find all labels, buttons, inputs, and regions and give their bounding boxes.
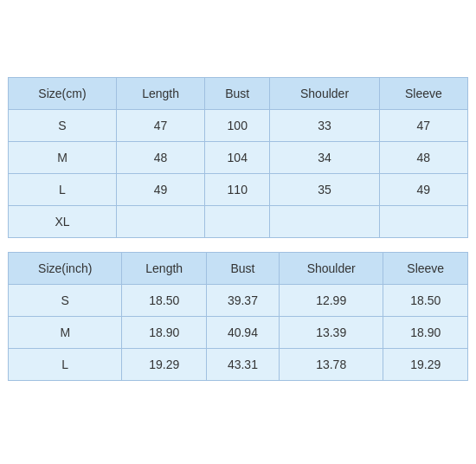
- inch-col-bust: Bust: [206, 252, 279, 284]
- inch-s-size: S: [9, 284, 122, 316]
- inch-row-m: M 18.90 40.94 13.39 18.90: [9, 316, 468, 348]
- inch-m-length: 18.90: [122, 316, 207, 348]
- inch-table: Size(inch) Length Bust Shoulder Sleeve S…: [8, 252, 468, 381]
- cm-xl-size: XL: [9, 205, 117, 237]
- cm-l-shoulder: 35: [270, 173, 379, 205]
- inch-col-sleeve: Sleeve: [383, 252, 468, 284]
- cm-header-row: Size(cm) Length Bust Shoulder Sleeve: [9, 77, 468, 109]
- inch-l-size: L: [9, 348, 122, 380]
- cm-l-sleeve: 49: [379, 173, 467, 205]
- cm-l-bust: 110: [205, 173, 270, 205]
- cm-col-shoulder: Shoulder: [270, 77, 379, 109]
- cm-row-m: M 48 104 34 48: [9, 141, 468, 173]
- cm-xl-bust: [205, 205, 270, 237]
- inch-row-s: S 18.50 39.37 12.99 18.50: [9, 284, 468, 316]
- inch-s-sleeve: 18.50: [383, 284, 468, 316]
- inch-col-length: Length: [122, 252, 207, 284]
- cm-m-size: M: [9, 141, 117, 173]
- inch-s-bust: 39.37: [206, 284, 279, 316]
- cm-table: Size(cm) Length Bust Shoulder Sleeve S 4…: [8, 77, 468, 238]
- cm-row-xl: XL: [9, 205, 468, 237]
- inch-s-shoulder: 12.99: [279, 284, 383, 316]
- inch-col-size: Size(inch): [9, 252, 122, 284]
- inch-m-bust: 40.94: [206, 316, 279, 348]
- inch-m-size: M: [9, 316, 122, 348]
- inch-l-bust: 43.31: [206, 348, 279, 380]
- cm-l-size: L: [9, 173, 117, 205]
- inch-header-row: Size(inch) Length Bust Shoulder Sleeve: [9, 252, 468, 284]
- inch-col-shoulder: Shoulder: [279, 252, 383, 284]
- cm-col-sleeve: Sleeve: [379, 77, 467, 109]
- inch-l-shoulder: 13.78: [279, 348, 383, 380]
- inch-m-sleeve: 18.90: [383, 316, 468, 348]
- cm-s-length: 47: [116, 109, 204, 141]
- cm-s-bust: 100: [205, 109, 270, 141]
- inch-l-length: 19.29: [122, 348, 207, 380]
- cm-xl-sleeve: [379, 205, 467, 237]
- inch-m-shoulder: 13.39: [279, 316, 383, 348]
- cm-m-bust: 104: [205, 141, 270, 173]
- inch-s-length: 18.50: [122, 284, 207, 316]
- cm-m-length: 48: [116, 141, 204, 173]
- cm-l-length: 49: [116, 173, 204, 205]
- inch-row-l: L 19.29 43.31 13.78 19.29: [9, 348, 468, 380]
- cm-s-size: S: [9, 109, 117, 141]
- size-chart-container: Size(cm) Length Bust Shoulder Sleeve S 4…: [4, 74, 472, 391]
- cm-xl-length: [116, 205, 204, 237]
- table-spacer: [8, 245, 468, 252]
- cm-xl-shoulder: [270, 205, 379, 237]
- cm-col-length: Length: [116, 77, 204, 109]
- cm-row-s: S 47 100 33 47: [9, 109, 468, 141]
- inch-l-sleeve: 19.29: [383, 348, 468, 380]
- cm-s-sleeve: 47: [379, 109, 467, 141]
- cm-col-bust: Bust: [205, 77, 270, 109]
- cm-m-shoulder: 34: [270, 141, 379, 173]
- cm-m-sleeve: 48: [379, 141, 467, 173]
- cm-row-l: L 49 110 35 49: [9, 173, 468, 205]
- cm-s-shoulder: 33: [270, 109, 379, 141]
- cm-col-size: Size(cm): [9, 77, 117, 109]
